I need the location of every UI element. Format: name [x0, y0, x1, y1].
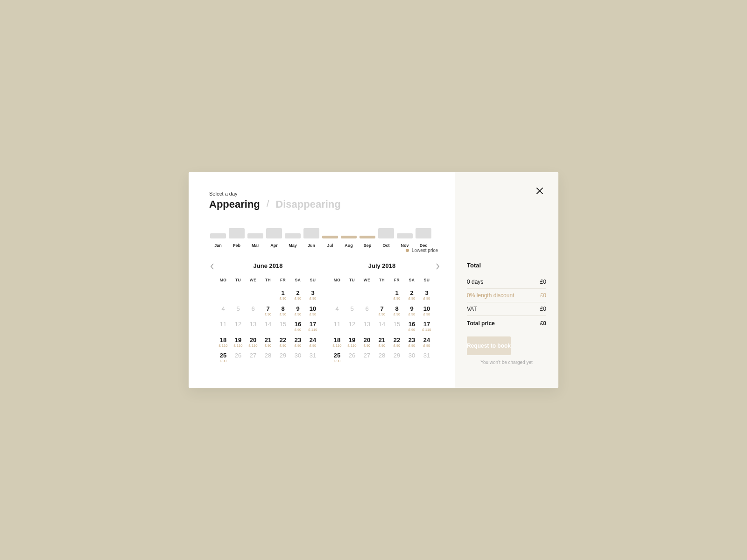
day-number: 11	[216, 321, 231, 328]
totals-row: VAT£0	[467, 302, 546, 316]
calendar-day[interactable]: 21£ 90	[374, 337, 389, 348]
month-label: Jan	[214, 243, 222, 248]
calendar-day[interactable]: 22£ 90	[275, 337, 290, 348]
month-bar-may[interactable]	[284, 233, 302, 238]
totals-row-label: VAT	[467, 306, 477, 312]
calendar-day: 14	[374, 321, 389, 332]
day-price: £ 90	[389, 313, 404, 316]
dow-header: TU	[231, 278, 246, 282]
calendar-day: 11	[330, 321, 345, 332]
calendar-day: 27	[359, 352, 374, 364]
month-bar-aug[interactable]	[340, 236, 358, 238]
calendar-day[interactable]: 7£ 90	[261, 306, 275, 317]
day-number: 9	[404, 306, 419, 312]
calendar-day[interactable]: 3£ 90	[305, 290, 320, 301]
calendar-day[interactable]: 8£ 90	[275, 306, 290, 317]
total-price-row: Total price £0	[467, 316, 546, 330]
request-to-book-button[interactable]: Request to book	[467, 336, 511, 355]
month-bar-sep[interactable]	[359, 236, 376, 238]
day-number: 8	[275, 306, 290, 312]
calendar-day[interactable]: 23£ 90	[290, 337, 305, 348]
calendar-day[interactable]: 18£ 110	[216, 337, 231, 348]
calendar-day[interactable]: 22£ 90	[389, 337, 404, 348]
calendar-day[interactable]: 20£ 110	[246, 337, 261, 348]
dow-header: TU	[345, 278, 359, 282]
day-number: 13	[359, 321, 374, 328]
tab-appearing[interactable]: Appearing	[209, 198, 260, 210]
month-bar-nov[interactable]	[396, 233, 414, 238]
month-label: Oct	[382, 243, 389, 248]
month-bar-apr[interactable]	[265, 228, 283, 238]
calendar-day[interactable]: 17£ 110	[419, 321, 434, 332]
calendar-day[interactable]: 10£ 90	[305, 306, 320, 317]
day-price: £ 90	[330, 359, 345, 363]
calendar-day: 4	[330, 306, 345, 317]
calendar-day[interactable]: 23£ 90	[404, 337, 419, 348]
calendar-day[interactable]: 1£ 90	[275, 290, 290, 301]
calendar-day[interactable]: 25£ 90	[330, 352, 345, 364]
day-price: £ 90	[419, 297, 434, 301]
calendar-day[interactable]: 24£ 90	[419, 337, 434, 348]
month-bar-jan[interactable]	[209, 233, 227, 238]
month-bar-dec[interactable]	[415, 228, 432, 238]
month-bar-oct[interactable]	[377, 228, 395, 238]
calendar-day: 14	[261, 321, 275, 332]
calendar-day[interactable]: 8£ 90	[389, 306, 404, 317]
calendar-day: 31	[419, 352, 434, 364]
day-number: 1	[275, 290, 290, 296]
month-bar-jul[interactable]	[321, 236, 339, 238]
month-bar-fill	[322, 236, 338, 238]
day-price: £ 90	[290, 297, 305, 301]
total-price-label: Total price	[467, 320, 495, 327]
calendar-day[interactable]: 2£ 90	[290, 290, 305, 301]
day-price: £ 90	[404, 313, 419, 316]
close-button[interactable]	[535, 186, 544, 197]
day-number: 31	[305, 352, 320, 359]
calendar-day[interactable]: 7£ 90	[374, 306, 389, 317]
next-month-button[interactable]	[434, 262, 441, 273]
chevron-left-icon	[210, 263, 215, 270]
tab-disappearing[interactable]: Disappearing	[275, 198, 340, 210]
calendar-day[interactable]: 9£ 90	[404, 306, 419, 317]
calendar-day[interactable]: 10£ 90	[419, 306, 434, 317]
day-number: 25	[216, 352, 231, 359]
dow-header: FR	[275, 278, 290, 282]
prev-month-button[interactable]	[209, 262, 216, 273]
day-price: £ 90	[261, 344, 275, 348]
calendar-left: June 2018 MOTUWETHFRSASU1£ 902£ 903£ 904…	[216, 262, 320, 364]
calendar-day[interactable]: 17£ 110	[305, 321, 320, 332]
month-bar-mar[interactable]	[247, 233, 264, 238]
calendar-day[interactable]: 2£ 90	[404, 290, 419, 301]
calendar-right-grid: MOTUWETHFRSASU1£ 902£ 903£ 904567£ 908£ …	[330, 278, 434, 364]
calendar-day[interactable]: 9£ 90	[290, 306, 305, 317]
calendar-day[interactable]: 1£ 90	[389, 290, 404, 301]
month-bar-fill	[303, 228, 319, 238]
calendar-day[interactable]: 3£ 90	[419, 290, 434, 301]
calendar-day[interactable]: 16£ 90	[404, 321, 419, 332]
calendar-day[interactable]: 20£ 90	[359, 337, 374, 348]
tab-separator: /	[267, 199, 269, 209]
day-number: 31	[419, 352, 434, 359]
day-number: 16	[290, 321, 305, 328]
calendar-day[interactable]: 25£ 90	[216, 352, 231, 364]
calendar-day[interactable]: 24£ 90	[305, 337, 320, 348]
calendar-day[interactable]: 21£ 90	[261, 337, 275, 348]
month-bar-feb[interactable]	[228, 228, 246, 238]
day-number: 28	[374, 352, 389, 359]
day-number: 10	[419, 306, 434, 312]
day-price: £ 90	[419, 313, 434, 316]
calendar-day: 15	[275, 321, 290, 332]
day-price: £ 90	[404, 344, 419, 348]
calendar-day[interactable]: 16£ 90	[290, 321, 305, 332]
month-bar-jun[interactable]	[303, 228, 320, 238]
day-number: 28	[261, 352, 275, 359]
calendar-day[interactable]: 19£ 110	[231, 337, 246, 348]
day-price: £ 90	[419, 344, 434, 348]
calendar-day: 28	[374, 352, 389, 364]
day-price: £ 110	[419, 328, 434, 332]
dow-header: TH	[261, 278, 275, 282]
chevron-right-icon	[435, 263, 440, 270]
calendar-day[interactable]: 18£ 110	[330, 337, 345, 348]
calendar-day[interactable]: 19£ 110	[345, 337, 359, 348]
calendar-right-title: July 2018	[330, 262, 434, 269]
